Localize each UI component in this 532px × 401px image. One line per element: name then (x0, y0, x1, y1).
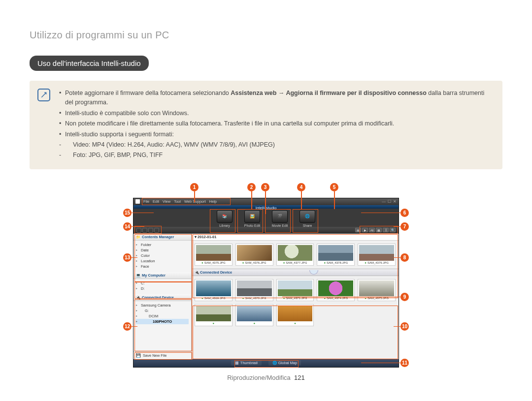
library-button[interactable]: 📚Library (213, 210, 236, 227)
note-list: Potete aggiornare il firmware della foto… (59, 89, 494, 160)
connected-tree: Samsung Camera G: DCIM 100PHOTO (133, 301, 191, 327)
contents-tree: Folder Date Color Location Face (133, 241, 191, 272)
folder-dcim[interactable]: DCIM (136, 313, 189, 319)
close-icon[interactable]: ✕ (393, 199, 397, 204)
menu-websupport[interactable]: Web Support (184, 199, 206, 204)
thumbnail[interactable]: SAM_4374.JPG (317, 279, 355, 301)
tree-location[interactable]: Location (136, 258, 189, 264)
callout-13: 13 (123, 253, 132, 262)
thumbnail[interactable] (235, 304, 273, 326)
note-item: Intelli-studio è compatibile solo con Wi… (59, 109, 494, 118)
callout-6: 6 (400, 209, 409, 217)
callout-5: 5 (330, 183, 338, 191)
menu-tool[interactable]: Tool (174, 199, 181, 204)
maximize-icon[interactable]: ☐ (388, 199, 391, 204)
photoedit-button[interactable]: 🖼️Photo Edit (241, 210, 264, 227)
global-map-button[interactable]: 🌐 Global Map (268, 360, 301, 366)
contents-manager-header[interactable]: 📁 Contents Manager (133, 234, 191, 241)
quick-toolbar: 📚Library 🖼️Photo Edit 🎬Movie Edit 🌐Share (213, 210, 319, 227)
thumbnail[interactable]: SAM_4378.JPG (317, 244, 355, 266)
note-subitem: Video: MP4 (Video: H.264, Audio: AAC), W… (59, 140, 494, 150)
callout-8: 8 (400, 253, 409, 262)
view-grid-icon[interactable]: ▦ (376, 228, 382, 232)
save-new-file-button[interactable]: Save New File (133, 351, 191, 359)
note-item: Potete aggiornare il firmware della foto… (59, 89, 494, 108)
my-computer-header[interactable]: 💻 My Computer (133, 272, 191, 279)
tree-folder[interactable]: Folder (136, 242, 189, 247)
page-footer: Riproduzione/Modifica 121 (0, 374, 532, 381)
sidebar: 📁 Contents Manager Folder Date Color Loc… (133, 234, 192, 359)
thumbnail[interactable]: SAM_4377.JPG (276, 244, 314, 266)
movieedit-button[interactable]: 🎬Movie Edit (268, 210, 291, 227)
figure: 1 2 3 4 5 6 7 8 9 10 11 12 13 14 15 File… (103, 183, 429, 368)
expand-handle-icon[interactable] (309, 270, 318, 275)
brand-label: Intelli-studio (256, 206, 277, 210)
filter-video-icon[interactable]: ▶ (362, 228, 368, 232)
folder-100photo[interactable]: 100PHOTO (136, 319, 189, 324)
breadcrumb: Utilizzo di programmi su un PC (30, 30, 502, 41)
filter-photo-icon[interactable]: ▤ (355, 228, 361, 232)
thumbnail[interactable] (195, 304, 233, 326)
note-item: Non potete modificare i file direttament… (59, 119, 494, 128)
callout-12: 12 (123, 322, 132, 331)
section-title: Uso dell'interfaccia Intelli-studio (30, 56, 149, 71)
callout-15: 15 (123, 209, 132, 217)
callout-1: 1 (190, 183, 199, 191)
titlebar: File Edit View Tool Web Support Help — ☐… (133, 198, 399, 205)
connected-device-bar: 🔌 Connected Device (192, 269, 399, 276)
callout-11: 11 (400, 359, 409, 367)
drive-g[interactable]: G: (136, 308, 189, 313)
nav-strip: ▤ ▶ All ▦ ☰ 🔍 (133, 227, 399, 234)
note-box: Potete aggiornare il firmware della foto… (30, 81, 502, 169)
callout-3: 3 (261, 183, 269, 191)
device-camera[interactable]: Samsung Camera (136, 303, 189, 308)
note-subitem: Foto: JPG, GIF, BMP, PNG, TIFF (59, 151, 494, 160)
callout-9: 9 (400, 293, 409, 301)
search-icon[interactable]: 🔍 (390, 228, 396, 232)
callout-2: 2 (247, 183, 256, 191)
callout-7: 7 (400, 222, 409, 231)
device-thumbs: SAM_4369.JPG SAM_4370.JPG SAM_4371.JPG S… (192, 276, 399, 329)
note-icon (37, 89, 50, 101)
thumbnail[interactable]: SAM_4370.JPG (235, 279, 273, 301)
intelli-studio-window: File Edit View Tool Web Support Help — ☐… (133, 198, 399, 368)
tree-face[interactable]: Face (136, 264, 189, 269)
menu-view[interactable]: View (163, 199, 170, 204)
menu-file[interactable]: File (143, 199, 149, 204)
view-list-icon[interactable]: ☰ (383, 228, 389, 232)
drive-d[interactable]: D: (136, 286, 189, 291)
nav-pager[interactable] (136, 228, 159, 233)
tree-date[interactable]: Date (136, 247, 189, 253)
thumbnail[interactable]: SAM_4375.JPG (195, 244, 233, 266)
callout-4: 4 (297, 183, 305, 191)
date-bar: ▾ 2012-01-01 (192, 234, 399, 241)
callout-14: 14 (123, 222, 132, 231)
thumbnail[interactable]: SAM_4376.JPG (235, 244, 273, 266)
app-footer: ▦ Thumbnail 🌐 Global Map (133, 359, 399, 367)
thumbnail[interactable]: SAM_4371.JPG (276, 279, 314, 301)
callout-10: 10 (400, 322, 409, 331)
mycomputer-tree: C: D: (133, 279, 191, 294)
thumbnail[interactable]: SAM_4375.JPG (358, 279, 396, 301)
tree-color[interactable]: Color (136, 253, 189, 258)
drive-c[interactable]: C: (136, 280, 189, 286)
thumbnail[interactable]: SAM_4369.JPG (195, 279, 233, 301)
minimize-icon[interactable]: — (382, 199, 386, 204)
library-thumbs: SAM_4375.JPG SAM_4376.JPG SAM_4377.JPG S… (192, 241, 399, 269)
filter-all[interactable]: All (369, 228, 375, 232)
share-button[interactable]: 🌐Share (296, 210, 319, 227)
menu-help[interactable]: Help (209, 199, 217, 204)
thumbnail-view-button[interactable]: ▦ Thumbnail (231, 360, 262, 366)
app-logo-icon (135, 199, 140, 204)
thumbnail[interactable]: SAM_4379.JPG (358, 244, 396, 266)
note-item: Intelli-studio supporta i seguenti forma… (59, 130, 494, 139)
thumbnail[interactable] (276, 304, 314, 326)
connected-device-header[interactable]: 🔌 Connected Device (133, 294, 191, 301)
menu-edit[interactable]: Edit (153, 199, 159, 204)
